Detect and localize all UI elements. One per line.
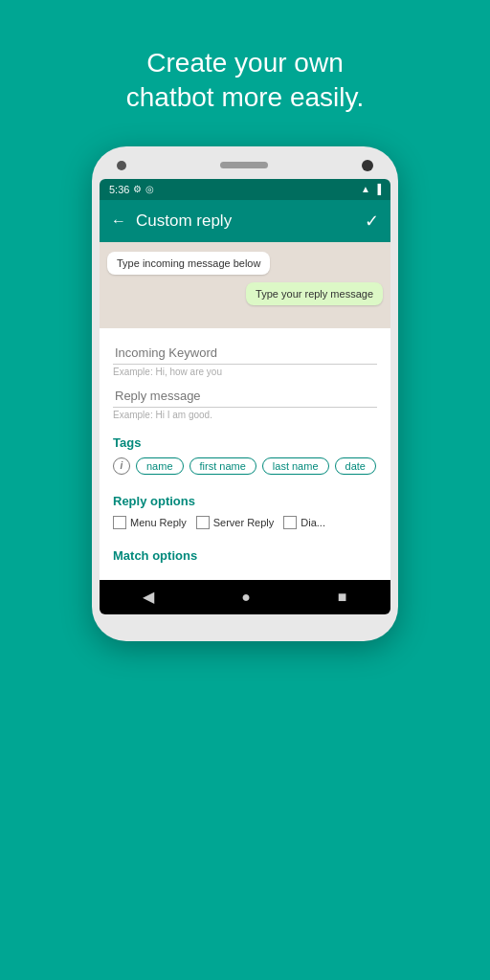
page-title: Custom reply — [136, 212, 365, 231]
form-area: Example: Hi, how are you Example: Hi I a… — [100, 328, 390, 580]
tag-lastname[interactable]: last name — [262, 457, 329, 475]
status-bar: 5:36 ⚙ ◎ ▲ ▐ — [100, 179, 390, 200]
nav-recent-button[interactable]: ■ — [338, 589, 347, 606]
tag-firstname[interactable]: first name — [189, 457, 256, 475]
outgoing-chat-bubble: Type your reply message — [246, 282, 383, 305]
reply-options-row: Menu Reply Server Reply Dia... — [113, 516, 377, 529]
status-right: ▲ ▐ — [361, 184, 381, 194]
reply-input[interactable] — [113, 383, 377, 408]
chat-area: Type incoming message below Type your re… — [100, 242, 390, 328]
keyword-hint: Example: Hi, how are you — [113, 367, 377, 377]
dia-reply-option: Dia... — [283, 516, 325, 529]
hero-text: Create your own chatbot more easily. — [126, 46, 365, 116]
tags-row: i name first name last name date — [113, 457, 377, 475]
server-reply-checkbox[interactable] — [196, 516, 210, 529]
server-reply-option: Server Reply — [196, 516, 275, 529]
app-bar: ← Custom reply ✓ — [100, 200, 390, 242]
hero-line1: Create your own — [146, 48, 343, 78]
nav-back-button[interactable]: ◀ — [143, 588, 154, 606]
tags-info-icon[interactable]: i — [113, 457, 130, 475]
nav-home-button[interactable]: ● — [241, 589, 251, 606]
save-check-button[interactable]: ✓ — [365, 211, 379, 232]
settings-icon: ⚙ — [133, 184, 142, 194]
phone-front-sensor — [362, 160, 373, 171]
location-icon: ◎ — [145, 184, 154, 194]
reply-field: Example: Hi I am good. — [113, 383, 377, 420]
phone-top-bar — [100, 160, 390, 179]
keyword-input[interactable] — [113, 340, 377, 365]
phone-bottom-area — [100, 614, 390, 628]
hero-line2: chatbot more easily. — [126, 82, 365, 112]
phone-screen: 5:36 ⚙ ◎ ▲ ▐ ← Custom reply ✓ Type incom… — [100, 179, 390, 614]
signal-icon: ▲ — [361, 184, 370, 194]
dia-reply-label: Dia... — [301, 517, 325, 528]
server-reply-label: Server Reply — [213, 517, 275, 528]
keyword-field: Example: Hi, how are you — [113, 340, 377, 377]
status-left: 5:36 ⚙ ◎ — [109, 184, 154, 195]
tag-name[interactable]: name — [136, 457, 184, 475]
back-button[interactable]: ← — [111, 212, 126, 230]
battery-icon: ▐ — [374, 184, 381, 194]
bottom-nav: ◀ ● ■ — [100, 580, 390, 614]
menu-reply-option: Menu Reply — [113, 516, 187, 529]
menu-reply-label: Menu Reply — [130, 517, 187, 528]
tag-date[interactable]: date — [335, 457, 376, 475]
phone-shell: 5:36 ⚙ ◎ ▲ ▐ ← Custom reply ✓ Type incom… — [92, 146, 398, 641]
match-options-label: Match options — [113, 548, 377, 563]
reply-options-label: Reply options — [113, 494, 377, 508]
phone-camera — [117, 161, 126, 170]
tags-section-label: Tags — [113, 435, 377, 450]
menu-reply-checkbox[interactable] — [113, 516, 126, 529]
reply-hint: Example: Hi I am good. — [113, 410, 377, 420]
status-time: 5:36 — [109, 184, 129, 195]
phone-speaker — [220, 162, 268, 168]
incoming-chat-bubble: Type incoming message below — [107, 252, 270, 275]
dia-reply-checkbox[interactable] — [283, 516, 297, 529]
